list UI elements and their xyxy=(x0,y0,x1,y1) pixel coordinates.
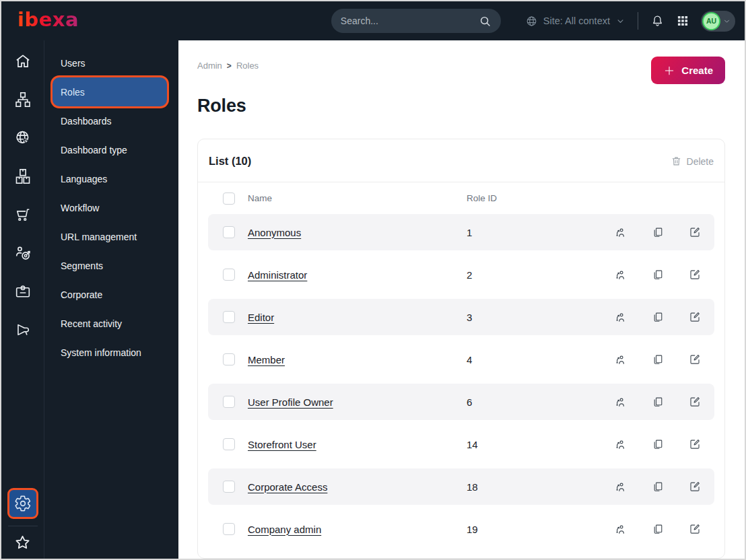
site-context-label: Site: All context xyxy=(543,15,610,26)
search-icon[interactable] xyxy=(479,15,491,28)
top-bar: ibexa Site: All context xyxy=(1,1,745,40)
avatar: AU xyxy=(702,12,720,30)
site-icon[interactable] xyxy=(14,129,32,147)
role-name-link[interactable]: Member xyxy=(248,354,454,365)
sidebar-item-recent-activity[interactable]: Recent activity xyxy=(44,309,178,338)
role-name-link[interactable]: User Profile Owner xyxy=(248,396,454,408)
assign-users-icon[interactable] xyxy=(614,269,627,281)
roles-list-card: List (10) Delete Name Role ID xyxy=(197,139,725,559)
sidebar-item-system-information[interactable]: System information xyxy=(44,338,178,367)
corporate-badge-icon[interactable] xyxy=(14,283,32,300)
column-header-name: Name xyxy=(248,193,454,203)
products-icon[interactable] xyxy=(14,168,32,185)
assign-users-icon[interactable] xyxy=(614,481,627,493)
row-checkbox[interactable] xyxy=(223,481,235,493)
delete-button[interactable]: Delete xyxy=(671,155,714,167)
copy-icon[interactable] xyxy=(652,269,664,281)
column-header-role-id: Role ID xyxy=(467,193,601,203)
table-row: Storefront User 14 xyxy=(208,426,714,462)
sidebar-item-workflow[interactable]: Workflow xyxy=(44,193,178,222)
assign-users-icon[interactable] xyxy=(614,438,627,451)
content-structure-icon[interactable] xyxy=(14,91,32,108)
role-id-value: 6 xyxy=(467,396,601,408)
row-checkbox[interactable] xyxy=(223,396,235,408)
page-title: Roles xyxy=(197,96,725,116)
assign-users-icon[interactable] xyxy=(614,311,627,324)
global-search[interactable] xyxy=(331,9,501,33)
role-name-link[interactable]: Company admin xyxy=(248,524,454,535)
sidebar-item-segments[interactable]: Segments xyxy=(44,251,178,280)
table-row: Administrator 2 xyxy=(208,256,714,293)
admin-sidebar: Users Roles Dashboards Dashboard type La… xyxy=(44,40,178,559)
edit-icon[interactable] xyxy=(689,311,701,323)
select-all-checkbox[interactable] xyxy=(223,193,235,205)
role-id-value: 2 xyxy=(467,269,601,281)
sidebar-item-languages[interactable]: Languages xyxy=(44,164,178,193)
copy-icon[interactable] xyxy=(652,353,664,365)
role-name-link[interactable]: Anonymous xyxy=(248,227,454,238)
create-button[interactable]: Create xyxy=(651,57,725,84)
edit-icon[interactable] xyxy=(689,481,701,493)
breadcrumb-admin[interactable]: Admin xyxy=(197,61,222,71)
edit-icon[interactable] xyxy=(689,396,701,408)
marketing-megaphone-icon[interactable] xyxy=(14,321,32,339)
assign-users-icon[interactable] xyxy=(614,396,627,409)
globe-icon xyxy=(525,15,538,28)
role-id-value: 3 xyxy=(467,312,601,323)
row-checkbox[interactable] xyxy=(223,226,235,238)
row-checkbox[interactable] xyxy=(223,523,235,535)
home-icon[interactable] xyxy=(14,53,32,70)
breadcrumb: Admin > Roles xyxy=(197,61,259,71)
rail-divider xyxy=(8,526,38,526)
role-id-value: 18 xyxy=(467,481,601,493)
copy-icon[interactable] xyxy=(652,523,664,535)
assign-users-icon[interactable] xyxy=(614,226,627,239)
copy-icon[interactable] xyxy=(652,438,664,450)
commerce-cart-icon[interactable] xyxy=(14,206,32,223)
main-content: Admin > Roles Create Roles List (10) xyxy=(178,40,745,559)
copy-icon[interactable] xyxy=(652,226,664,238)
edit-icon[interactable] xyxy=(689,438,701,450)
notifications-bell-icon[interactable] xyxy=(650,14,665,28)
role-name-link[interactable]: Storefront User xyxy=(248,439,454,450)
role-name-link[interactable]: Administrator xyxy=(248,269,454,281)
copy-icon[interactable] xyxy=(652,396,664,408)
sidebar-item-url-management[interactable]: URL management xyxy=(44,222,178,251)
sidebar-item-corporate[interactable]: Corporate xyxy=(44,280,178,309)
sidebar-item-dashboard-type[interactable]: Dashboard type xyxy=(44,135,178,164)
search-input[interactable] xyxy=(341,15,479,26)
topbar-divider xyxy=(638,12,638,30)
sidebar-item-roles[interactable]: Roles xyxy=(53,77,167,106)
personalization-icon[interactable] xyxy=(14,244,32,262)
sidebar-item-dashboards[interactable]: Dashboards xyxy=(44,106,178,135)
edit-icon[interactable] xyxy=(689,353,701,365)
site-context-selector[interactable]: Site: All context xyxy=(525,15,625,28)
bookmarks-star-icon[interactable] xyxy=(12,532,33,553)
apps-grid-icon[interactable] xyxy=(676,14,689,28)
breadcrumb-separator: > xyxy=(227,61,232,71)
sidebar-item-users[interactable]: Users xyxy=(44,48,178,77)
row-checkbox[interactable] xyxy=(223,438,235,450)
assign-users-icon[interactable] xyxy=(614,353,627,366)
copy-icon[interactable] xyxy=(652,481,664,493)
edit-icon[interactable] xyxy=(689,269,701,281)
user-menu[interactable]: AU xyxy=(701,11,735,32)
copy-icon[interactable] xyxy=(652,311,664,323)
row-checkbox[interactable] xyxy=(223,269,235,281)
icon-rail xyxy=(1,40,44,559)
breadcrumb-roles: Roles xyxy=(236,61,259,71)
row-checkbox[interactable] xyxy=(223,311,235,323)
role-name-link[interactable]: Corporate Access xyxy=(248,481,454,493)
admin-settings-gear-icon[interactable] xyxy=(7,488,38,519)
edit-icon[interactable] xyxy=(689,523,701,535)
edit-icon[interactable] xyxy=(689,226,701,238)
table-row: User Profile Owner 6 xyxy=(208,384,714,420)
table-row: Member 4 xyxy=(208,341,714,378)
ibexa-logo[interactable]: ibexa xyxy=(18,10,79,32)
row-checkbox[interactable] xyxy=(223,353,235,365)
app-window: ibexa Site: All context xyxy=(0,0,746,560)
trash-icon xyxy=(671,155,682,167)
role-name-link[interactable]: Editor xyxy=(248,312,454,323)
chevron-down-icon xyxy=(722,17,731,26)
assign-users-icon[interactable] xyxy=(614,523,627,536)
